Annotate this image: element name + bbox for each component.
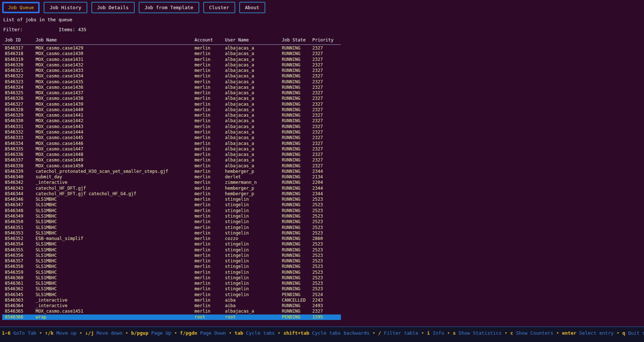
table-row[interactable]: 8546332MOX_casmo.case1444merlinalbajacas… xyxy=(2,130,341,135)
table-row[interactable]: 8546324MOX_casmo.case1436merlinalbajacas… xyxy=(2,85,341,90)
table-row[interactable]: 8546329MOX_casmo.case1441merlinalbajacas… xyxy=(2,113,341,118)
footer-keybindings: 1-6 GoTo Tab • ↑/k Move up • ↓/j Move do… xyxy=(2,330,644,336)
table-row[interactable]: 8546361SLS1MBHCmerlinstingelinRUNNING252… xyxy=(2,281,341,286)
cell-job-name: MOX_casmo.case1429 xyxy=(36,46,194,51)
cell-account: merlin xyxy=(194,152,225,157)
cell-job-state: RUNNING xyxy=(282,46,312,51)
tab-about[interactable]: About xyxy=(239,2,265,13)
cell-account: merlin xyxy=(194,96,225,101)
table-row[interactable]: 8546336MOX_casmo.case1448merlinalbajacas… xyxy=(2,152,341,157)
cell-job-id: 8546322 xyxy=(5,73,36,79)
cell-priority: 2327 xyxy=(312,118,341,124)
table-row[interactable]: 8546330MOX_casmo.case1442merlinalbajacas… xyxy=(2,118,341,124)
table-row[interactable]: 8546363_interactivemerlinaibaCANCELLED22… xyxy=(2,298,341,303)
cell-priority: 2327 xyxy=(312,46,341,51)
cell-account: merlin xyxy=(194,264,225,269)
cell-user-name: stingelin xyxy=(225,202,282,208)
cell-job-id: 8546330 xyxy=(5,118,36,124)
cell-job-id: 8546333 xyxy=(5,135,36,141)
table-row[interactable]: 8546359SLS1MBHCmerlinstingelinRUNNING252… xyxy=(2,270,341,275)
table-row[interactable]: 8546340submit_daymerlinderletRUNNING2134 xyxy=(2,174,341,180)
cell-job-name: MOX_casmo.case1441 xyxy=(36,113,194,118)
table-row[interactable]: 8546323MOX_casmo.case1435merlinalbajacas… xyxy=(2,79,341,85)
keybinding-separator: • xyxy=(553,330,562,336)
cell-job-name: SLS1MBHC xyxy=(36,219,194,225)
tab-job-queue[interactable]: Job Queue xyxy=(2,2,40,13)
cell-job-name: SLS1MBHC xyxy=(36,247,194,253)
keybinding-description: Move up xyxy=(54,330,77,336)
table-row[interactable]: 8546335MOX_casmo.case1447merlinalbajacas… xyxy=(2,146,341,152)
table-row[interactable]: 8546353SLS1MBHCmerlinstingelinRUNNING252… xyxy=(2,230,341,236)
table-row[interactable]: 8546327MOX_casmo.case1439merlinalbajacas… xyxy=(2,102,341,107)
cell-priority: 2523 xyxy=(312,270,341,275)
keybinding-key: s xyxy=(453,330,456,336)
table-row[interactable]: 8546358SLS1MBHCmerlinstingelinRUNNING252… xyxy=(2,264,341,269)
table-row[interactable]: 8546321MOX_casmo.case1433merlinalbajacas… xyxy=(2,68,341,73)
cell-user-name: albajacas_a xyxy=(225,157,282,163)
tab-job-details[interactable]: Job Details xyxy=(91,2,135,13)
table-row[interactable]: 8546322MOX_casmo.case1434merlinalbajacas… xyxy=(2,73,341,79)
table-row[interactable]: 8546343catechol_HF_DFT.gjfmerlinhemberge… xyxy=(2,186,341,191)
table-row[interactable]: 8546318MOX_casmo.case1430merlinalbajacas… xyxy=(2,51,341,57)
table-row[interactable]: 8546319MOX_casmo.case1431merlinalbajacas… xyxy=(2,57,341,62)
keybinding-description: Move down xyxy=(94,330,123,336)
tab-cluster[interactable]: Cluster xyxy=(203,2,235,13)
table-row[interactable]: 8546337MOX_casmo.case1449merlinalbajacas… xyxy=(2,157,341,163)
table-row[interactable]: 8546326MOX_casmo.case1438merlinalbajacas… xyxy=(2,96,341,101)
table-row[interactable]: 8546352ESB-manual_simplifmerlincozzoRUNN… xyxy=(2,236,341,241)
table-row[interactable]: 8546339catechol_protonated_H3O_scan_yet_… xyxy=(2,169,341,174)
cell-job-name: MOX_casmo.case1450 xyxy=(36,163,194,169)
cell-job-name: _interactive xyxy=(36,298,194,303)
table-row[interactable]: 8546349SLS1MBHCmerlinstingelinRUNNING252… xyxy=(2,214,341,219)
cell-job-id: 8546339 xyxy=(5,169,36,174)
table-row[interactable]: 8546364_interactivemerlinaibaRUNNING2493 xyxy=(2,303,341,309)
keybinding-separator: • xyxy=(370,330,378,336)
table-row[interactable]: 8546365MOX_casmo.case1451merlinalbajacas… xyxy=(2,309,341,314)
table-row[interactable]: 8546357SLS1MBHCmerlinstingelinRUNNING252… xyxy=(2,258,341,264)
table-row[interactable]: 8546331MOX_casmo.case1443merlinalbajacas… xyxy=(2,124,341,130)
cell-user-name: albajacas_a xyxy=(225,85,282,90)
cell-account: merlin xyxy=(194,124,225,130)
cell-job-state: RUNNING xyxy=(282,141,312,146)
cell-job-name: MOX_casmo.case1437 xyxy=(36,90,194,96)
table-row[interactable]: 8546350SLS1MBHCmerlinstingelinRUNNING252… xyxy=(2,219,341,225)
table-row[interactable]: 8546348SLS1MBHCmerlinstingelinRUNNING252… xyxy=(2,208,341,214)
table-row[interactable]: 8546356SLS1MBHCmerlinstingelinRUNNING252… xyxy=(2,253,341,258)
cell-user-name: albajacas_a xyxy=(225,124,282,130)
cell-user-name: cozzo xyxy=(225,236,282,241)
table-row[interactable]: 8546351SLS1MBHCmerlinstingelinRUNNING252… xyxy=(2,225,341,230)
table-row[interactable]: 8546338MOX_casmo.case1450merlinalbajacas… xyxy=(2,163,341,169)
table-row[interactable]: 8546333MOX_casmo.case1445merlinalbajacas… xyxy=(2,135,341,141)
cell-account: merlin xyxy=(194,214,225,219)
keybinding-separator: • xyxy=(502,330,510,336)
tab-job-from-template[interactable]: Job from Template xyxy=(139,2,199,13)
cell-job-state: RUNNING xyxy=(282,68,312,73)
table-row[interactable]: 8546355SLS1MBHCmerlinstingelinRUNNING252… xyxy=(2,247,341,253)
table-row[interactable]: 8546366wraprootrootPENDING1595 xyxy=(2,314,341,320)
cell-job-name: MOX_casmo.case1433 xyxy=(36,68,194,73)
cell-job-name: SLS1MBHC xyxy=(36,208,194,214)
cell-job-id: 8546360 xyxy=(5,275,36,281)
cell-account: merlin xyxy=(194,309,225,314)
cell-user-name: albajacas_a xyxy=(225,62,282,68)
table-row[interactable]: 8546347SLS1MBHCmerlinstingelinRUNNING252… xyxy=(2,202,341,208)
cell-account: merlin xyxy=(194,130,225,135)
table-row[interactable]: 8546328MOX_casmo.case1440merlinalbajacas… xyxy=(2,107,341,113)
keybinding-separator: • xyxy=(171,330,180,336)
table-row[interactable]: 8546362SLS1MBHCmerlinstingelinRUNNING252… xyxy=(2,286,341,292)
table-row[interactable]: 8546345SLS1MBHCmerlinstingelinPENDING252… xyxy=(2,292,341,298)
table-row[interactable]: 8546320MOX_casmo.case1432merlinalbajacas… xyxy=(2,62,341,68)
tab-job-history[interactable]: Job History xyxy=(44,2,87,13)
table-row[interactable]: 8546354SLS1MBHCmerlinstingelinRUNNING252… xyxy=(2,241,341,247)
cell-job-id: 8546327 xyxy=(5,102,36,107)
table-row[interactable]: 8546325MOX_casmo.case1437merlinalbajacas… xyxy=(2,90,341,96)
cell-priority: 2524 xyxy=(312,292,341,298)
table-row[interactable]: 8546360SLS1MBHCmerlinstingelinRUNNING252… xyxy=(2,275,341,281)
table-row[interactable]: 8546334MOX_casmo.case1446merlinalbajacas… xyxy=(2,141,341,146)
cell-job-state: RUNNING xyxy=(282,180,312,185)
table-row[interactable]: 8546344catechol_HF_DFT.gjf catechol_HF_G… xyxy=(2,191,341,197)
table-row[interactable]: 8546346SLS1MBHCmerlinstingelinRUNNING252… xyxy=(2,197,341,202)
table-row[interactable]: 8546342_interactivemerlinzimmermann_nRUN… xyxy=(2,180,341,185)
table-row[interactable]: 8546317MOX_casmo.case1429merlinalbajacas… xyxy=(2,46,341,51)
cell-account: merlin xyxy=(194,169,225,174)
